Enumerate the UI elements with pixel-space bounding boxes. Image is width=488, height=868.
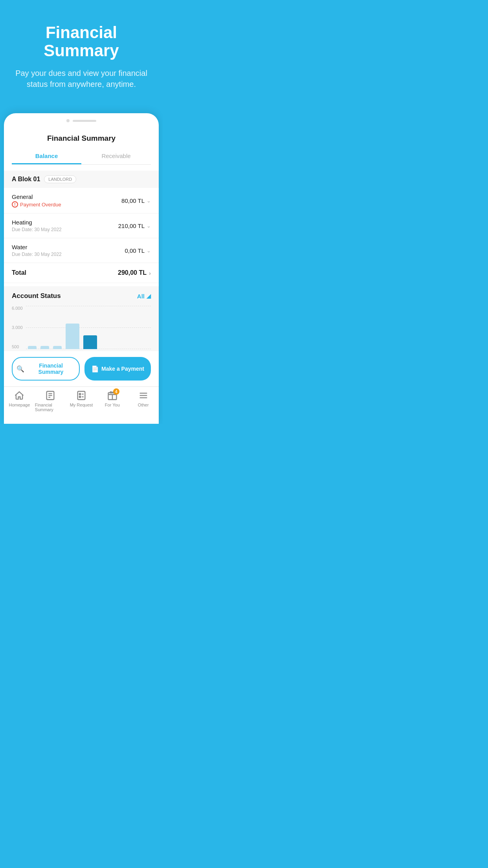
fee-amount-water: 0,00 TL: [125, 247, 145, 254]
fee-due-date-heating: Due Date: 30 May 2022: [12, 227, 62, 232]
total-label: Total: [12, 269, 26, 276]
bar-1: [28, 346, 37, 349]
nav-item-other[interactable]: Other: [128, 390, 159, 412]
tab-bar: Balance Receivable: [12, 149, 151, 165]
nav-item-financial-summary[interactable]: Financial Summary: [35, 390, 66, 412]
svg-point-7: [79, 396, 81, 398]
header-title: Financial Summary: [12, 24, 151, 60]
bottom-buttons: 🔍 Financial Summary 📄 Make a Payment: [4, 351, 159, 386]
search-icon: 🔍: [17, 365, 24, 373]
fee-label-water: Water: [12, 244, 62, 250]
total-row[interactable]: Total 290,00 TL ›: [4, 263, 159, 283]
phone-notch: [4, 119, 159, 126]
chevron-down-icon-general: ⌄: [147, 198, 151, 204]
fee-label-heating: Heating: [12, 219, 62, 226]
notch-dot: [66, 119, 70, 122]
overdue-icon: !: [12, 201, 18, 208]
bar-chart: 6.000 3.000 500: [12, 306, 151, 349]
filter-icon: ◢: [147, 293, 151, 299]
fee-left-water: Water Due Date: 30 May 2022: [12, 244, 62, 257]
fee-row-water[interactable]: Water Due Date: 30 May 2022 0,00 TL ⌄: [4, 238, 159, 263]
chart-bars-area: [26, 306, 151, 349]
chart-bars: [26, 324, 151, 349]
filter-label: All: [137, 293, 145, 300]
fee-left-general: General ! Payment Overdue: [12, 193, 61, 208]
bar-2: [40, 346, 49, 349]
document-icon: [45, 390, 56, 401]
overdue-text: Payment Overdue: [20, 202, 61, 208]
total-right: 290,00 TL ›: [118, 269, 151, 276]
phone-mockup: Financial Summary Balance Receivable A B…: [4, 113, 159, 424]
svg-rect-4: [78, 392, 85, 400]
account-status-section: Account Status All ◢ 6.000 3.000 500: [4, 286, 159, 351]
make-payment-button-label: Make a Payment: [101, 366, 144, 372]
y-label-6000: 6.000: [12, 306, 23, 311]
fs-title: Financial Summary: [4, 130, 159, 149]
nav-item-for-you[interactable]: 4 For You: [97, 390, 128, 412]
chevron-right-icon: ›: [149, 270, 151, 276]
app-content: Financial Summary Balance Receivable A B…: [4, 126, 159, 424]
notch-bar: [73, 120, 96, 122]
fee-left-heating: Heating Due Date: 30 May 2022: [12, 219, 62, 232]
account-status-title: Account Status: [12, 292, 61, 300]
tab-balance[interactable]: Balance: [12, 149, 81, 164]
account-status-header: Account Status All ◢: [12, 292, 151, 300]
fee-row-general[interactable]: General ! Payment Overdue 80,00 TL ⌄: [4, 188, 159, 213]
block-section: A Blok 01 LANDLORD: [4, 171, 159, 188]
fee-right-general: 80,00 TL ⌄: [121, 197, 151, 204]
nav-item-my-request[interactable]: My Request: [66, 390, 97, 412]
fee-row-heating[interactable]: Heating Due Date: 30 May 2022 210,00 TL …: [4, 213, 159, 238]
grid-line-top: [26, 306, 151, 306]
chevron-down-icon-heating: ⌄: [147, 223, 151, 229]
header-subtitle: Pay your dues and view your financial st…: [12, 68, 151, 90]
chart-y-labels: 6.000 3.000 500: [12, 306, 23, 349]
tab-receivable[interactable]: Receivable: [81, 149, 151, 164]
fee-label-general: General: [12, 193, 61, 200]
total-amount: 290,00 TL: [118, 269, 147, 276]
bottom-nav: Homepage Financial Summary: [4, 386, 159, 420]
menu-icon: [138, 390, 149, 401]
nav-label-homepage: Homepage: [9, 403, 30, 407]
block-name: A Blok 01: [12, 176, 40, 183]
nav-label-for-you: For You: [105, 403, 120, 407]
fee-right-heating: 210,00 TL ⌄: [118, 223, 151, 229]
nav-label-my-request: My Request: [70, 403, 93, 407]
header-section: Financial Summary Pay your dues and view…: [0, 0, 163, 101]
account-status-filter[interactable]: All ◢: [137, 293, 151, 300]
financial-summary-button-label: Financial Summary: [27, 362, 75, 375]
bar-4: [66, 324, 79, 349]
y-label-500: 500: [12, 344, 23, 349]
fee-amount-general: 80,00 TL: [121, 197, 145, 204]
make-payment-button[interactable]: 📄 Make a Payment: [84, 357, 151, 381]
fee-amount-heating: 210,00 TL: [118, 223, 145, 229]
nav-badge-for-you: 4: [113, 388, 119, 395]
y-label-3000: 3.000: [12, 325, 23, 330]
payment-icon: 📄: [91, 365, 99, 373]
nav-item-homepage[interactable]: Homepage: [4, 390, 35, 412]
chevron-down-icon-water: ⌄: [147, 248, 151, 254]
fee-right-water: 0,00 TL ⌄: [125, 247, 151, 254]
bar-5: [83, 335, 97, 349]
nav-label-financial-summary: Financial Summary: [35, 403, 66, 412]
svg-point-5: [79, 394, 81, 395]
gift-icon: 4: [107, 390, 118, 401]
fee-due-date-water: Due Date: 30 May 2022: [12, 252, 62, 257]
financial-summary-button[interactable]: 🔍 Financial Summary: [12, 357, 80, 381]
bar-3: [53, 346, 62, 349]
nav-label-other: Other: [138, 403, 149, 407]
request-icon: [76, 390, 87, 401]
fee-overdue-status: ! Payment Overdue: [12, 201, 61, 208]
landlord-badge: LANDLORD: [44, 175, 76, 183]
home-icon: [14, 390, 25, 401]
